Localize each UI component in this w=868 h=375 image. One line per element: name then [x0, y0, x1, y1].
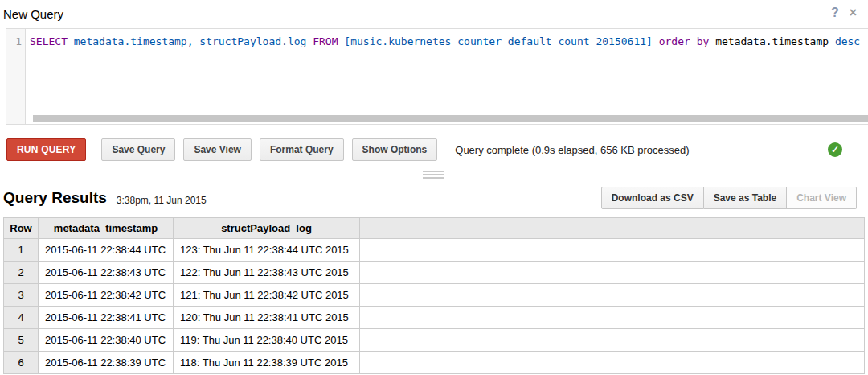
row-number: 1 — [4, 239, 39, 262]
column-header-structpayload-log[interactable]: structPayload_log — [174, 218, 360, 239]
line-number: 1 — [15, 35, 22, 47]
query-toolbar: RUN QUERY Save Query Save View Format Qu… — [6, 138, 862, 161]
panel-header: New Query ? × — [0, 0, 868, 28]
table-row: 2 2015-06-11 22:38:43 UTC 122: Thu Jun 1… — [4, 262, 865, 284]
code-area[interactable]: SELECT metadata.timestamp, structPayload… — [26, 29, 868, 124]
save-view-button[interactable]: Save View — [183, 138, 252, 161]
chart-view-button: Chart View — [787, 187, 857, 209]
save-query-button[interactable]: Save Query — [101, 138, 175, 161]
cell-timestamp: 2015-06-11 22:38:44 UTC — [39, 239, 174, 262]
help-icon[interactable]: ? — [831, 6, 839, 19]
table-row: 5 2015-06-11 22:38:40 UTC 119: Thu Jun 1… — [4, 329, 865, 352]
cell-filler — [360, 284, 865, 307]
row-number: 3 — [4, 284, 39, 307]
show-options-button[interactable]: Show Options — [352, 138, 438, 161]
editor-horizontal-scrollbar[interactable] — [27, 115, 868, 122]
table-row: 1 2015-06-11 22:38:44 UTC 123: Thu Jun 1… — [4, 239, 865, 262]
cell-filler — [360, 307, 865, 329]
cell-timestamp: 2015-06-11 22:38:40 UTC — [39, 329, 174, 352]
resize-grip-icon[interactable] — [423, 171, 444, 179]
cell-filler — [360, 262, 865, 284]
line-number-gutter: 1 — [6, 29, 26, 124]
page-title: New Query — [3, 6, 63, 22]
section-divider — [0, 175, 868, 175]
sql-field: metadata.timestamp — [715, 35, 835, 47]
row-number: 5 — [4, 329, 39, 352]
sql-table-ref: [music.kubernetes_counter_default_count_… — [344, 35, 658, 47]
table-header-row: Row metadata_timestamp structPayload_log — [4, 218, 865, 239]
sql-query-line[interactable]: SELECT metadata.timestamp, structPayload… — [30, 35, 868, 48]
sql-keyword: order by — [659, 35, 715, 47]
cell-timestamp: 2015-06-11 22:38:43 UTC — [39, 262, 174, 284]
column-header-row[interactable]: Row — [4, 218, 39, 239]
scrollbar-thumb[interactable] — [33, 115, 868, 122]
column-header-filler — [360, 218, 865, 239]
sql-keyword: FROM — [313, 35, 344, 47]
table-row: 6 2015-06-11 22:38:39 UTC 118: Thu Jun 1… — [4, 352, 865, 374]
cell-filler — [360, 239, 865, 262]
sql-fields: metadata.timestamp, structPayload.log — [74, 35, 313, 47]
sql-keyword: SELECT — [30, 35, 74, 47]
cell-log: 122: Thu Jun 11 22:38:43 UTC 2015 — [174, 262, 360, 284]
cell-log: 119: Thu Jun 11 22:38:40 UTC 2015 — [174, 329, 360, 352]
save-as-table-button[interactable]: Save as Table — [704, 187, 788, 209]
row-number: 6 — [4, 352, 39, 374]
sql-keyword-partial: desc — [835, 35, 860, 47]
cell-log: 118: Thu Jun 11 22:38:39 UTC 2015 — [174, 352, 360, 374]
cell-filler — [360, 329, 865, 352]
row-number: 2 — [4, 262, 39, 284]
query-editor[interactable]: 1 SELECT metadata.timestamp, structPaylo… — [6, 28, 868, 125]
row-number: 4 — [4, 307, 39, 329]
format-query-button[interactable]: Format Query — [260, 138, 344, 161]
column-header-metadata-timestamp[interactable]: metadata_timestamp — [39, 218, 174, 239]
cell-log: 120: Thu Jun 11 22:38:41 UTC 2015 — [174, 307, 360, 329]
run-query-button[interactable]: RUN QUERY — [6, 138, 86, 161]
cell-timestamp: 2015-06-11 22:38:39 UTC — [39, 352, 174, 374]
cell-timestamp: 2015-06-11 22:38:41 UTC — [39, 307, 174, 329]
close-icon[interactable]: × — [850, 6, 857, 19]
cell-log: 123: Thu Jun 11 22:38:44 UTC 2015 — [174, 239, 360, 262]
query-status-text: Query complete (0.9s elapsed, 656 KB pro… — [455, 144, 689, 156]
cell-filler — [360, 352, 865, 374]
results-timestamp: 3:38pm, 11 Jun 2015 — [117, 195, 207, 206]
results-header: Query Results 3:38pm, 11 Jun 2015 Downlo… — [3, 186, 857, 210]
download-csv-button[interactable]: Download as CSV — [601, 187, 704, 209]
table-row: 4 2015-06-11 22:38:41 UTC 120: Thu Jun 1… — [4, 307, 865, 329]
results-title: Query Results — [3, 189, 107, 207]
query-complete-check-icon: ✓ — [828, 142, 842, 157]
cell-log: 121: Thu Jun 11 22:38:42 UTC 2015 — [174, 284, 360, 307]
results-actions: Download as CSV Save as Table Chart View — [601, 187, 857, 209]
results-table: Row metadata_timestamp structPayload_log… — [3, 217, 865, 374]
table-row: 3 2015-06-11 22:38:42 UTC 121: Thu Jun 1… — [4, 284, 865, 307]
cell-timestamp: 2015-06-11 22:38:42 UTC — [39, 284, 174, 307]
